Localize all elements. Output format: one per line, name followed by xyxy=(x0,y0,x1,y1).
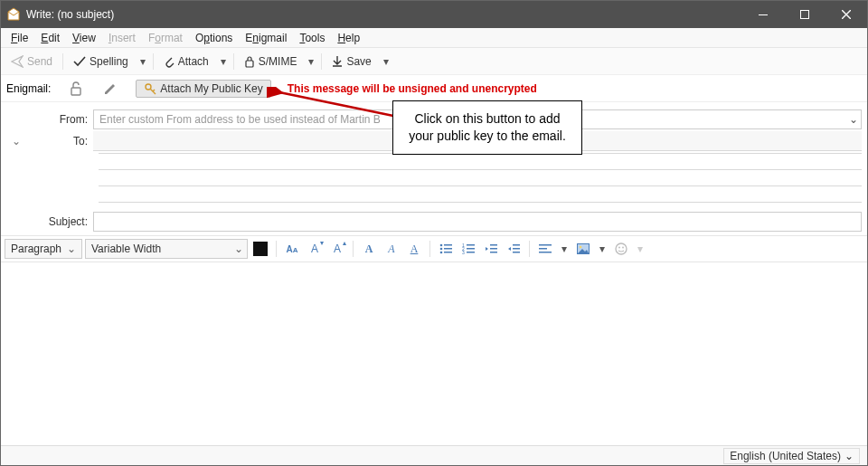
paragraph-style-combo[interactable]: Paragraph ⌄ xyxy=(5,239,82,259)
font-size-decrease-button[interactable]: A▾ xyxy=(305,239,325,259)
address-type-dropdown[interactable]: ⌄ xyxy=(6,135,26,147)
svg-rect-12 xyxy=(467,244,475,246)
save-label: Save xyxy=(346,55,371,68)
send-button[interactable]: Send xyxy=(5,52,59,71)
insert-image-button[interactable] xyxy=(573,239,593,259)
toolbar-separator xyxy=(62,53,63,70)
menu-help[interactable]: Help xyxy=(331,30,366,46)
enigmail-label: Enigmail: xyxy=(6,82,51,95)
callout-text: Click on this button to add your public … xyxy=(409,111,566,143)
lock-icon xyxy=(244,55,255,68)
send-icon xyxy=(11,55,24,68)
align-dropdown[interactable]: ▾ xyxy=(558,243,571,255)
outdent-button[interactable] xyxy=(481,239,501,259)
svg-rect-24 xyxy=(539,248,547,250)
svg-rect-25 xyxy=(539,252,552,253)
minimize-button[interactable] xyxy=(742,1,784,28)
svg-point-7 xyxy=(440,248,443,251)
message-body[interactable] xyxy=(1,262,867,461)
paragraph-style-label: Paragraph xyxy=(11,243,61,255)
italic-button[interactable]: A xyxy=(382,239,401,259)
titlebar: Write: (no subject) xyxy=(1,1,867,28)
emoji-button[interactable] xyxy=(611,239,631,259)
save-button[interactable]: Save xyxy=(326,52,377,71)
close-button[interactable] xyxy=(826,1,867,28)
svg-rect-19 xyxy=(490,252,497,253)
attach-label: Attach xyxy=(178,55,209,68)
svg-line-31 xyxy=(279,92,393,116)
language-selector[interactable]: English (United States) ⌄ xyxy=(723,448,860,464)
toolbar: Send Spelling ▾ Attach ▾ S/MIME ▾ Save ▾ xyxy=(1,48,867,75)
to-label: To: xyxy=(26,135,93,147)
font-size-reset-button[interactable]: AA xyxy=(282,239,302,259)
chevron-down-icon[interactable]: ⌄ xyxy=(849,113,858,126)
statusbar: English (United States) ⌄ xyxy=(1,445,867,465)
menu-file[interactable]: FFile xyxy=(5,30,34,46)
svg-rect-21 xyxy=(513,248,520,250)
save-dropdown[interactable]: ▾ xyxy=(380,55,392,68)
smime-button[interactable]: S/MIME xyxy=(238,52,304,71)
align-button[interactable] xyxy=(535,239,555,259)
font-family-combo[interactable]: Variable Width ⌄ xyxy=(85,239,248,259)
svg-rect-8 xyxy=(444,248,452,250)
spelling-dropdown[interactable]: ▾ xyxy=(137,55,149,68)
svg-rect-14 xyxy=(467,248,475,250)
subject-input[interactable] xyxy=(93,212,862,232)
svg-rect-23 xyxy=(539,244,552,246)
numbered-list-button[interactable]: 123 xyxy=(458,239,478,259)
unlock-icon[interactable] xyxy=(67,81,85,97)
svg-point-28 xyxy=(616,243,627,254)
insert-dropdown[interactable]: ▾ xyxy=(596,243,609,255)
smime-label: S/MIME xyxy=(259,55,297,68)
app-icon xyxy=(6,7,21,22)
window-title: Write: (no subject) xyxy=(26,8,114,21)
menu-insert[interactable]: Insert xyxy=(102,30,142,46)
emoji-dropdown[interactable]: ▾ xyxy=(634,243,646,255)
svg-rect-2 xyxy=(246,61,253,67)
svg-point-30 xyxy=(622,247,624,249)
svg-point-5 xyxy=(440,244,443,247)
menu-enigmail[interactable]: Enigmail xyxy=(239,30,293,46)
menu-format[interactable]: Format xyxy=(142,30,189,46)
language-label: English (United States) xyxy=(730,450,841,462)
menu-view[interactable]: View xyxy=(66,30,102,46)
bullet-list-button[interactable] xyxy=(436,239,456,259)
address-line[interactable] xyxy=(99,170,862,186)
smime-dropdown[interactable]: ▾ xyxy=(305,55,317,68)
font-family-label: Variable Width xyxy=(91,243,161,255)
text-color-button[interactable] xyxy=(250,239,270,259)
svg-rect-1 xyxy=(801,11,809,19)
from-label: From: xyxy=(6,113,93,126)
menu-tools[interactable]: Tools xyxy=(293,30,331,46)
svg-rect-3 xyxy=(71,88,80,95)
address-line[interactable] xyxy=(99,154,862,170)
bold-button[interactable]: A xyxy=(359,239,379,259)
menu-options[interactable]: Options xyxy=(189,30,239,46)
toolbar-separator xyxy=(153,53,154,70)
address-line[interactable] xyxy=(99,186,862,203)
svg-rect-0 xyxy=(759,14,768,15)
toolbar-separator xyxy=(321,53,322,70)
spelling-button[interactable]: Spelling xyxy=(67,52,135,71)
underline-button[interactable]: A xyxy=(404,239,424,259)
font-size-increase-button[interactable]: A▴ xyxy=(327,239,347,259)
svg-rect-18 xyxy=(490,248,497,250)
toolbar-separator xyxy=(233,53,234,70)
paperclip-icon xyxy=(164,55,175,68)
pencil-icon[interactable] xyxy=(101,81,119,96)
svg-rect-6 xyxy=(444,244,452,246)
extra-address-lines xyxy=(99,153,862,203)
callout-arrow xyxy=(267,87,402,123)
spelling-label: Spelling xyxy=(90,55,128,68)
color-swatch-icon xyxy=(253,242,268,256)
maximize-button[interactable] xyxy=(784,1,826,28)
menu-edit[interactable]: Edit xyxy=(34,30,66,46)
attach-public-key-button[interactable]: Attach My Public Key xyxy=(136,80,270,98)
attach-dropdown[interactable]: ▾ xyxy=(217,55,230,68)
window-controls xyxy=(742,1,867,28)
chevron-down-icon: ⌄ xyxy=(844,450,854,462)
enigmail-bar: Enigmail: Attach My Public Key This mess… xyxy=(1,75,867,102)
indent-button[interactable] xyxy=(504,239,524,259)
attach-button[interactable]: Attach xyxy=(157,52,215,71)
check-icon xyxy=(73,56,86,67)
